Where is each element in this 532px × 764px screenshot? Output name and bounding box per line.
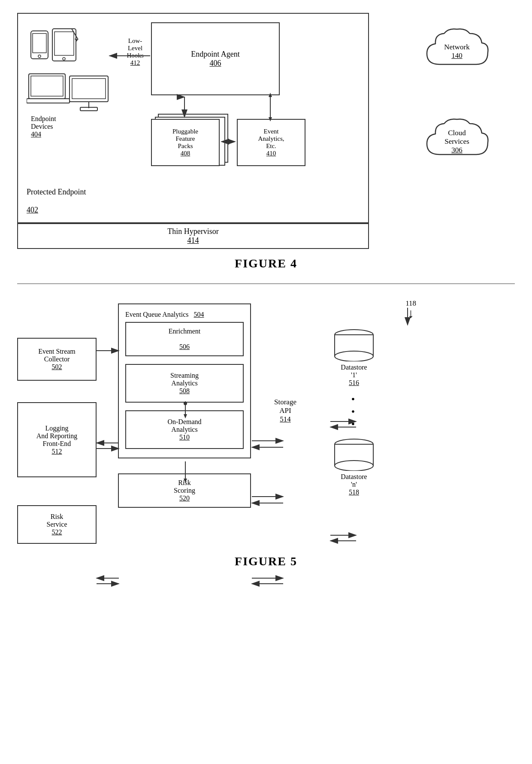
storage-api-col: StorageAPI514 — [262, 303, 309, 424]
datastore-dots: ••• — [351, 393, 357, 430]
thin-hypervisor-bar: Thin Hypervisor 414 — [17, 223, 369, 249]
figure5: 118 ↓ Event StreamCollector502 LoggingAn… — [17, 295, 515, 568]
svg-rect-9 — [31, 76, 63, 96]
cloud-services-shape: Cloud Services 306 — [414, 116, 500, 167]
svg-rect-1 — [33, 33, 46, 53]
fig5-middle-col: Event Queue Analytics 504 Enrichment 506… — [118, 303, 251, 508]
datastoren-svg — [330, 437, 378, 471]
datastore1-svg — [330, 327, 378, 361]
figure5-label: FIGURE 5 — [17, 555, 515, 568]
network-cloud: Network 140 — [414, 26, 500, 77]
figure4: Endpoint Devices 404 Low- Level Hooks 41… — [17, 13, 515, 270]
svg-rect-11 — [70, 76, 108, 102]
risk-service-box: RiskService522 — [17, 505, 97, 544]
protected-endpoint-box: Endpoint Devices 404 Low- Level Hooks 41… — [17, 13, 369, 223]
figure4-label: FIGURE 4 — [17, 257, 515, 270]
svg-rect-10 — [27, 99, 70, 103]
endpoint-agent-box: Endpoint Agent 406 — [151, 22, 280, 95]
pluggable-packs-box: PluggableFeaturePacks408 — [151, 119, 220, 166]
svg-rect-12 — [72, 79, 106, 99]
datastores-col: Datastore'1'516 ••• — [330, 303, 378, 496]
risk-scoring-box: RiskScoring520 — [118, 473, 251, 508]
event-queue-analytics-box: Event Queue Analytics 504 Enrichment 506… — [118, 303, 251, 458]
svg-rect-3 — [52, 29, 76, 61]
cloud-area: Network 140 Cloud Services 306 — [399, 13, 515, 236]
svg-rect-4 — [54, 32, 74, 55]
enrichment-box: Enrichment 506 — [125, 322, 244, 356]
endpoint-devices-svg — [27, 27, 112, 112]
svg-point-2 — [38, 55, 41, 58]
event-stream-collector-box: Event StreamCollector502 — [17, 338, 97, 381]
datastore1-shape: Datastore'1'516 — [330, 327, 378, 387]
on-demand-analytics-box: On-DemandAnalytics510 — [125, 410, 244, 449]
svg-line-6 — [72, 29, 78, 39]
endpoint-devices-label: Endpoint Devices 404 — [31, 115, 56, 138]
low-level-hooks-label: Low- Level Hooks 412 — [116, 37, 154, 67]
endpoint-devices-area: Endpoint Devices 404 — [27, 27, 117, 138]
fig5-left-col: Event StreamCollector502 LoggingAnd Repo… — [17, 303, 97, 544]
logging-reporting-box: LoggingAnd ReportingFront-End512 — [17, 402, 97, 477]
svg-rect-8 — [29, 74, 65, 99]
svg-point-36 — [335, 351, 373, 361]
streaming-analytics-box: StreamingAnalytics508 — [125, 364, 244, 403]
svg-point-41 — [335, 461, 373, 471]
event-analytics-box: EventAnalytics,Etc.410 — [237, 119, 305, 166]
page: Endpoint Devices 404 Low- Level Hooks 41… — [0, 0, 532, 581]
svg-point-5 — [63, 58, 65, 60]
datastoren-shape: Datastore'n'518 — [330, 437, 378, 496]
protected-endpoint-label: Protected Endpoint 402 — [27, 188, 86, 215]
